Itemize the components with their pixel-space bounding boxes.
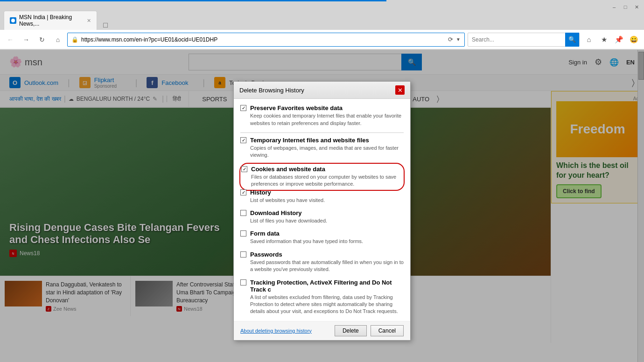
security-icon: 🔒 <box>71 36 78 43</box>
preserve-favorites-title: Preserve Favorites website data <box>250 104 404 111</box>
page-content: 🌸 msn 🔍 Sign in ⚙ 🌐 EN O Outlook.com | ◲… <box>0 50 644 362</box>
passwords-desc: Saved passwords that are automatically f… <box>250 259 404 273</box>
back-button[interactable]: ← <box>4 33 17 46</box>
dialog-item-temp-files: Temporary Internet files and website fil… <box>240 137 404 159</box>
search-input[interactable] <box>468 36 565 43</box>
checkbox-wrap-7 <box>240 251 246 273</box>
browser-tab[interactable]: MSN India | Breaking News,... ✕ <box>4 11 97 30</box>
dialog-overlay: Delete Browsing History ✕ Preserve Favor… <box>0 50 644 362</box>
history-desc: List of websites you have visited. <box>250 197 404 204</box>
temp-files-title: Temporary Internet files and website fil… <box>250 137 404 144</box>
star-icon[interactable]: ★ <box>597 33 610 46</box>
dialog-title-bar: Delete Browsing History ✕ <box>234 82 410 99</box>
dialog-item-preserve-favorites: Preserve Favorites website data Keep coo… <box>240 104 404 127</box>
tracking-title: Tracking Protection, ActiveX Filtering a… <box>250 279 404 293</box>
address-text[interactable]: https://www.msn.com/en-in?pc=UE01&ocid=U… <box>81 36 445 43</box>
toolbar-icons: ⌂ ★ 📌 😀 <box>582 33 640 46</box>
checkbox-wrap-5 <box>240 209 246 224</box>
download-history-text: Download History List of files you have … <box>250 209 404 224</box>
browser-chrome: – □ ✕ MSN India | Breaking News,... ✕ □ … <box>0 0 644 50</box>
cancel-button[interactable]: Cancel <box>371 325 404 336</box>
new-tab-button[interactable]: □ <box>101 21 110 30</box>
form-data-desc: Saved information that you have typed in… <box>250 238 404 245</box>
checkbox-wrap-6 <box>240 230 246 245</box>
forward-button[interactable]: → <box>20 33 33 46</box>
dialog-title-text: Delete Browsing History <box>239 87 304 94</box>
dialog-item-tracking: Tracking Protection, ActiveX Filtering a… <box>240 279 404 315</box>
tab-title: MSN India | Breaking News,... <box>19 14 82 27</box>
form-data-title: Form data <box>250 230 404 237</box>
tab-bar: MSN India | Breaking News,... ✕ □ <box>0 14 644 30</box>
download-history-desc: List of files you have downloaded. <box>250 217 404 224</box>
dialog-item-history: History List of websites you have visite… <box>240 189 404 204</box>
search-wrap: 🔍 <box>468 33 580 47</box>
dialog-body: Preserve Favorites website data Keep coo… <box>234 99 410 320</box>
history-title: History <box>250 189 404 196</box>
home-toolbar-icon[interactable]: ⌂ <box>582 33 595 46</box>
dialog-item-passwords: Passwords Saved passwords that are autom… <box>240 251 404 273</box>
checkbox-form-data[interactable] <box>240 230 246 237</box>
cookies-title: Cookies and website data <box>251 166 403 173</box>
cookies-desc: Files or databases stored on your comput… <box>251 174 403 188</box>
address-refresh[interactable]: ⟳ <box>448 36 453 43</box>
checkbox-cookies[interactable] <box>241 166 247 172</box>
address-dropdown[interactable]: ▼ <box>456 37 461 42</box>
dialog-buttons: Delete Cancel <box>335 325 404 336</box>
cookies-text: Cookies and website data Files or databa… <box>251 166 403 188</box>
svg-point-0 <box>11 19 15 22</box>
tab-favicon <box>10 17 16 24</box>
download-history-title: Download History <box>250 209 404 216</box>
temp-files-desc: Copies of webpages, images, and media th… <box>250 145 404 159</box>
separator-1 <box>240 132 404 133</box>
address-input-wrap: 🔒 https://www.msn.com/en-in?pc=UE01&ocid… <box>67 33 465 47</box>
dialog-close-button[interactable]: ✕ <box>395 85 405 95</box>
checkbox-download-history[interactable] <box>240 210 246 216</box>
tab-close-button[interactable]: ✕ <box>87 18 91 24</box>
address-bar: ← → ↻ ⌂ 🔒 https://www.msn.com/en-in?pc=U… <box>0 30 644 49</box>
checkbox-preserve-favorites[interactable] <box>240 105 246 111</box>
pin-icon[interactable]: 📌 <box>612 33 625 46</box>
checkbox-wrap-2 <box>240 137 246 159</box>
checkbox-temp-files[interactable] <box>240 137 246 143</box>
checkbox-history[interactable] <box>240 189 246 195</box>
dialog-item-download-history: Download History List of files you have … <box>240 209 404 224</box>
checkbox-wrap-3 <box>241 166 247 188</box>
checkbox-tracking[interactable] <box>240 279 246 285</box>
tracking-desc: A list of websites excluded from filteri… <box>250 294 404 315</box>
maximize-button[interactable]: □ <box>622 3 629 11</box>
delete-button[interactable]: Delete <box>335 325 367 336</box>
dialog-item-cookies: Cookies and website data Files or databa… <box>239 163 405 191</box>
close-button[interactable]: ✕ <box>633 3 640 11</box>
home-button[interactable]: ⌂ <box>51 33 64 46</box>
passwords-text: Passwords Saved passwords that are autom… <box>250 251 404 273</box>
checkbox-wrap-8 <box>240 279 246 315</box>
minimize-button[interactable]: – <box>610 3 618 11</box>
temp-files-text: Temporary Internet files and website fil… <box>250 137 404 159</box>
checkbox-wrap-1 <box>240 104 246 127</box>
tracking-text: Tracking Protection, ActiveX Filtering a… <box>250 279 404 315</box>
form-data-text: Form data Saved information that you hav… <box>250 230 404 245</box>
preserve-favorites-desc: Keep cookies and temporary Internet file… <box>250 112 404 127</box>
history-text: History List of websites you have visite… <box>250 189 404 204</box>
dialog-item-form-data: Form data Saved information that you hav… <box>240 230 404 245</box>
about-deleting-link[interactable]: About deleting browsing history <box>240 328 312 334</box>
page-loading-bar <box>0 0 386 1</box>
reload-button[interactable]: ↻ <box>35 33 49 46</box>
smiley-icon[interactable]: 😀 <box>627 33 640 46</box>
passwords-title: Passwords <box>250 251 404 258</box>
dialog-footer: About deleting browsing history Delete C… <box>234 321 410 340</box>
checkbox-wrap-4 <box>240 189 246 204</box>
delete-browsing-history-dialog: Delete Browsing History ✕ Preserve Favor… <box>233 81 411 340</box>
search-button[interactable]: 🔍 <box>565 33 579 47</box>
window-controls: – □ ✕ <box>610 3 640 11</box>
preserve-favorites-text: Preserve Favorites website data Keep coo… <box>250 104 404 127</box>
checkbox-passwords[interactable] <box>240 251 246 258</box>
